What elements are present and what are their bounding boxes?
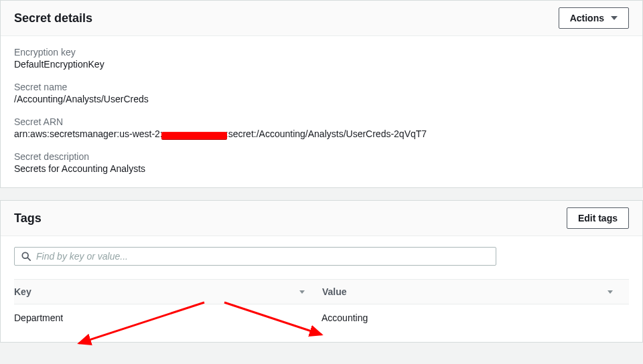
cell-key: Department [14, 312, 322, 323]
panel-body: Key Value Department Accounting [1, 236, 642, 342]
actions-button-label: Actions [570, 11, 604, 25]
redaction-mark [161, 132, 227, 139]
column-header-key[interactable]: Key [14, 280, 321, 304]
actions-button[interactable]: Actions [559, 7, 629, 29]
panel-header: Secret details Actions [1, 1, 642, 36]
arn-suffix: :secret:/Accounting/Analysts/UserCreds-2… [226, 128, 427, 139]
column-label: Value [322, 286, 347, 297]
field-value: Secrets for Accounting Analysts [14, 163, 629, 174]
secret-details-panel: Secret details Actions Encryption key De… [0, 0, 643, 188]
column-label: Key [14, 286, 31, 297]
panel-title: Tags [14, 211, 42, 225]
field-secret-name: Secret name /Accounting/Analysts/UserCre… [14, 82, 629, 104]
panel-title: Secret details [14, 11, 92, 25]
field-value: arn:aws:secretsmanager:us-west-2::secret… [14, 128, 427, 139]
column-header-value[interactable]: Value [321, 280, 629, 304]
field-secret-arn: Secret ARN arn:aws:secretsmanager:us-wes… [14, 116, 629, 139]
tag-search-input[interactable] [36, 251, 489, 262]
sort-icon [608, 290, 613, 294]
sort-icon [299, 290, 305, 294]
edit-tags-label: Edit tags [578, 211, 618, 225]
field-label: Encryption key [14, 47, 629, 58]
field-value: DefaultEncryptionKey [14, 59, 629, 70]
table-row: Department Accounting [14, 304, 629, 329]
edit-tags-button[interactable]: Edit tags [567, 207, 629, 229]
svg-line-1 [27, 258, 30, 260]
tags-table-header: Key Value [14, 279, 629, 304]
panel-header: Tags Edit tags [1, 201, 642, 236]
field-label: Secret name [14, 82, 629, 92]
tags-panel: Tags Edit tags Key [0, 200, 643, 343]
field-label: Secret ARN [14, 116, 629, 127]
field-secret-description: Secret description Secrets for Accountin… [14, 151, 629, 174]
tag-search-box[interactable] [14, 247, 496, 266]
field-encryption-key: Encryption key DefaultEncryptionKey [14, 47, 629, 70]
cell-value: Accounting [322, 312, 629, 323]
arn-prefix: arn:aws:secretsmanager:us-west-2: [14, 128, 163, 139]
chevron-down-icon [611, 16, 618, 20]
field-label: Secret description [14, 151, 629, 162]
field-value: /Accounting/Analysts/UserCreds [14, 94, 629, 104]
search-icon [21, 252, 31, 261]
tags-table: Key Value Department Accounting [14, 279, 629, 329]
panel-body: Encryption key DefaultEncryptionKey Secr… [1, 36, 642, 187]
